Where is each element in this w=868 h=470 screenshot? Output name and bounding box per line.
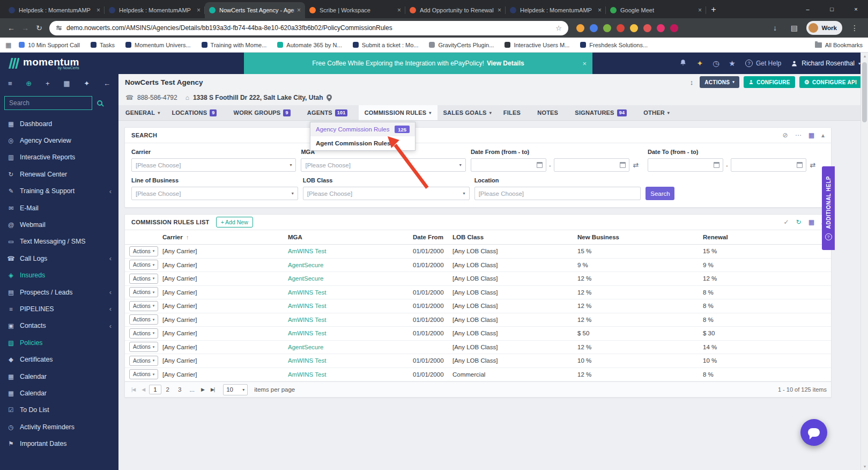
sidebar-toolbar-icon[interactable]: ←	[103, 79, 110, 87]
date-to-start-input[interactable]	[648, 158, 723, 172]
tab-close-icon[interactable]: ×	[297, 6, 301, 14]
mga-link[interactable]: AgentSecure	[288, 262, 324, 268]
tab-close-icon[interactable]: ×	[197, 6, 201, 14]
browser-tab[interactable]: NowCerts Test Agency - Agenc... ×	[205, 2, 305, 18]
sidebar-item[interactable]: @ Webmail ‹	[0, 216, 118, 233]
collapse-panel-icon[interactable]: ▴	[821, 131, 825, 139]
profile-chip[interactable]: Work	[806, 21, 842, 35]
mga-link[interactable]: AmWINS Test	[288, 357, 326, 364]
configure-button[interactable]: CONFIGURE	[744, 76, 795, 88]
refresh-icon[interactable]: ↻	[32, 24, 46, 32]
row-actions-button[interactable]: Actions ▾	[129, 301, 158, 311]
row-actions-button[interactable]: Actions ▾	[129, 274, 158, 284]
lob-class-column-header[interactable]: LOB Class	[452, 234, 577, 240]
swap-dates-icon[interactable]: ⇄	[810, 161, 816, 169]
extension-icon[interactable]	[670, 24, 678, 32]
date-from-end-input[interactable]	[554, 158, 629, 172]
sidebar-item[interactable]: ▥ Interactive Reports ‹	[0, 149, 118, 166]
row-actions-button[interactable]: Actions ▾	[129, 356, 158, 366]
sidebar-item[interactable]: ▦ Dashboard ‹	[0, 115, 118, 132]
date-from-column-header[interactable]: Date From	[413, 234, 452, 240]
row-actions-button[interactable]: Actions ▾	[129, 369, 158, 379]
page-number-button[interactable]: 2	[162, 385, 173, 394]
tab-close-icon[interactable]: ×	[498, 6, 501, 14]
sidebar-toolbar-icon[interactable]: +	[46, 79, 50, 87]
mga-link[interactable]: AmWINS Test	[288, 330, 326, 336]
page-number-button[interactable]: 1	[149, 385, 161, 394]
tab-close-icon[interactable]: ×	[397, 6, 401, 14]
agency-tab[interactable]: SIGNATURES 94 ▾	[569, 105, 637, 120]
expand-collapse-icon[interactable]: ↕	[690, 78, 694, 86]
sidebar-item[interactable]: ◆ Certificates ‹	[0, 351, 118, 368]
date-from-start-input[interactable]	[471, 158, 546, 172]
chat-launcher-button[interactable]	[800, 419, 827, 446]
get-help-button[interactable]: ? Get Help	[745, 60, 781, 67]
swap-dates-icon[interactable]: ⇄	[633, 161, 639, 169]
row-actions-button[interactable]: Actions ▾	[129, 287, 158, 297]
bookmark-item[interactable]: Interactive Users M...	[505, 42, 569, 48]
page-scrollbar[interactable]: ▴ ▾	[860, 53, 868, 470]
sidebar-toolbar-icon[interactable]: ⊕	[26, 79, 32, 87]
row-actions-button[interactable]: Actions ▾	[129, 342, 158, 352]
user-menu[interactable]: Richard Rosenthal ▾	[791, 60, 860, 67]
dropdown-item[interactable]: Agency Commission Rules 125	[310, 122, 415, 136]
window-close-button[interactable]: ×	[844, 0, 868, 18]
agency-tab[interactable]: COMMISSION RULES ▾	[359, 105, 437, 120]
configure-api-button[interactable]: ⚙ CONFIGURE API	[799, 76, 862, 88]
sidebar-item[interactable]: ▣ Contacts ‹	[0, 318, 118, 334]
add-new-button[interactable]: + Add New	[216, 217, 253, 227]
sidebar-toolbar-icon[interactable]: ▦	[63, 79, 70, 87]
sidebar-item[interactable]: ◎ Agency Overview ‹	[0, 132, 118, 149]
renewal-column-header[interactable]: Renewal	[703, 234, 831, 240]
row-actions-button[interactable]: Actions ▾	[129, 314, 158, 325]
scroll-up-icon[interactable]: ▴	[861, 54, 868, 58]
lob-class-select[interactable]: [Please Choose] ▾	[303, 187, 470, 200]
bookmark-item[interactable]: Tasks	[91, 42, 115, 48]
page-size-select[interactable]: 10 ▾	[223, 384, 248, 395]
mga-column-header[interactable]: MGA	[288, 234, 413, 240]
browser-tab[interactable]: Add Opportunity to Renewal O... ×	[405, 2, 506, 18]
map-pin-icon[interactable]	[327, 94, 332, 101]
check-icon[interactable]: ✓	[784, 218, 789, 226]
scrollbar-thumb[interactable]	[862, 62, 867, 122]
page-ellipsis[interactable]: ...	[187, 386, 197, 393]
disable-filter-icon[interactable]: ⊘	[783, 131, 788, 139]
refresh-list-icon[interactable]: ↻	[796, 218, 802, 226]
bookmark-item[interactable]: 10 Min Support Call	[19, 42, 80, 48]
sidebar-item[interactable]: ☑ To Do List ‹	[0, 402, 118, 418]
browser-tab[interactable]: Helpdesk : MomentumAMP ×	[105, 2, 205, 18]
address-bar[interactable]: demo.nowcerts.com/AMSINS/Agencies/Detail…	[49, 21, 568, 35]
sidebar-item[interactable]: ▦ Calendar ‹	[0, 368, 118, 385]
mga-link[interactable]: AmWINS Test	[288, 317, 326, 323]
location-input[interactable]: [Please Choose]	[474, 187, 641, 200]
extension-icon[interactable]	[657, 24, 665, 32]
bookmark-item[interactable]: Automate 365 by N...	[277, 42, 342, 48]
extension-icon[interactable]	[590, 24, 598, 32]
sidebar-item[interactable]: ↻ Renewal Center ‹	[0, 166, 118, 182]
search-icon[interactable]	[97, 100, 102, 106]
favorites-star-icon[interactable]: ★	[729, 59, 736, 68]
whats-new-wand-icon[interactable]: ✦	[696, 59, 703, 68]
sidebar-item[interactable]: ✎ Training & Support ‹	[0, 183, 118, 200]
window-maximize-button[interactable]: □	[820, 0, 844, 18]
agency-tab[interactable]: FILES ▾	[498, 105, 531, 120]
browser-tab[interactable]: Scribe | Workspace ×	[305, 2, 405, 18]
extension-icon[interactable]	[576, 24, 584, 32]
agency-tab[interactable]: NOTES ▾	[531, 105, 569, 120]
sidebar-item[interactable]: ⚑ Important Dates ‹	[0, 435, 118, 452]
calendar-icon[interactable]	[620, 162, 626, 168]
history-clock-icon[interactable]: ◷	[713, 59, 719, 68]
mga-select[interactable]: [Please Choose] ▾	[301, 158, 465, 172]
forward-icon[interactable]: →	[18, 24, 32, 32]
tab-close-icon[interactable]: ×	[598, 6, 602, 14]
sidebar-item[interactable]: ☎ Call Logs ‹	[0, 250, 118, 267]
sidebar-item[interactable]: ✉ E-Mail ‹	[0, 200, 118, 216]
dropdown-item[interactable]: Agent Commission Rules	[310, 136, 415, 150]
back-icon[interactable]: ←	[4, 24, 18, 32]
grid-layout-icon[interactable]: ▦	[808, 131, 814, 139]
additional-help-tab[interactable]: ADDITIONAL HELP ?	[822, 166, 835, 250]
row-actions-button[interactable]: Actions ▾	[129, 246, 158, 256]
carrier-select[interactable]: [Please Choose] ▾	[131, 158, 296, 172]
calendar-icon[interactable]	[537, 162, 543, 168]
bookmark-item[interactable]: Training with Mome...	[202, 42, 267, 48]
